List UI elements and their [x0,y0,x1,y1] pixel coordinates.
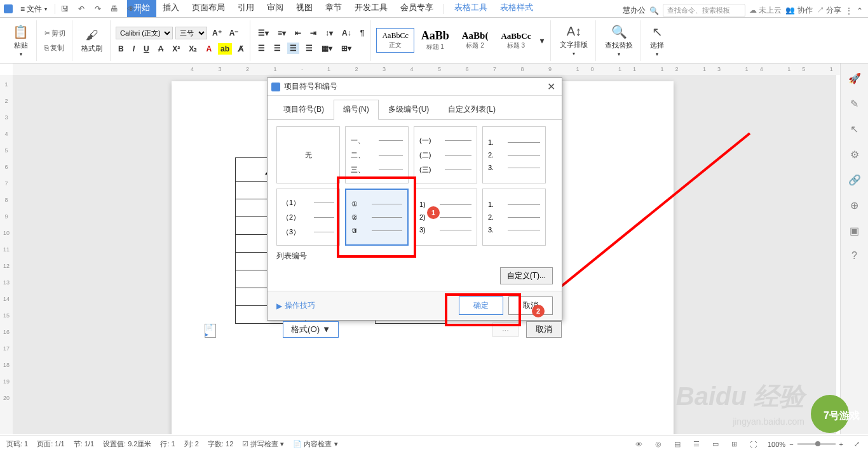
expand-icon[interactable]: ⤢ [852,440,862,448]
settings-icon[interactable]: ⚙ [848,147,862,161]
copy-button[interactable]: ⎘ 复制 [42,42,67,54]
tips-link[interactable]: ▶操作技巧 [276,300,315,311]
font-name-select[interactable]: Calibri (正文) [116,27,173,39]
tab-chapter[interactable]: 章节 [319,0,348,17]
number-option-chinese[interactable]: 一、 二、 三、 [345,126,409,183]
sub-button[interactable]: X₂ [186,43,200,55]
focus-icon[interactable]: ◎ [653,440,663,448]
screen-icon[interactable]: ▣ [848,223,862,237]
tab-table-tools[interactable]: 表格工具 [448,0,494,17]
dialog-tab-multilevel[interactable]: 多级编号(U) [379,100,439,119]
shading-button[interactable]: ▦▾ [319,43,335,54]
zoom-out-icon[interactable]: − [789,441,793,448]
align-center-button[interactable]: ☰ [271,43,283,54]
number-option-circled[interactable]: ① ② ③ [345,189,409,246]
italic-button[interactable]: I [130,43,137,55]
underlay-cancel[interactable]: 取消 [526,321,562,338]
view-page-icon[interactable]: ▤ [672,440,682,448]
tab-layout[interactable]: 页面布局 [186,0,231,17]
link-icon[interactable]: 🔗 [848,173,862,187]
number-option-digit-closeparen[interactable]: 1) 2) 3) [414,189,477,246]
tab-dev[interactable]: 开发工具 [348,0,394,17]
rocket-icon[interactable]: 🚀 [848,71,862,85]
tab-references[interactable]: 引用 [231,0,261,17]
underline-button[interactable]: U [141,43,152,55]
save-icon[interactable]: 🖫 [58,2,72,16]
tab-view[interactable]: 视图 [290,0,319,17]
select-button[interactable]: ↖选择▾ [646,23,668,58]
view-web-icon[interactable]: ▭ [710,440,721,448]
tab-review[interactable]: 审阅 [261,0,290,17]
status-page[interactable]: 页面: 1/1 [37,439,64,449]
undo-icon[interactable]: ↶ [74,2,88,16]
more-icon[interactable]: ⋮ [845,6,853,15]
page-options-icon[interactable]: 📄▸ [205,324,216,338]
number-option-digit-dot[interactable]: 1. 2. 3. [482,126,546,183]
font-size-select[interactable]: 三号 [175,27,207,39]
tab-insert[interactable]: 插入 [156,0,186,17]
redo-icon[interactable]: ↷ [91,2,105,16]
align-justify-button[interactable]: ☰ [303,43,315,54]
styles-more-icon[interactable]: ▾ [538,35,546,46]
status-spell[interactable]: ☑ 拼写检查 ▾ [242,439,284,449]
preview-icon[interactable]: 👁 [124,2,138,16]
cut-button[interactable]: ✂ 剪切 [42,27,68,39]
cursor-icon[interactable]: ↖ [848,122,862,136]
dialog-close-button[interactable]: ✕ [545,81,558,93]
indent-inc-button[interactable]: ⇥ [308,27,319,39]
strike-button[interactable]: A [156,43,166,55]
underlay-ok[interactable]: ··· [492,322,519,337]
style-h3[interactable]: AaBbCc标题 3 [495,28,536,53]
eye-icon[interactable]: 👁 [634,441,644,448]
numbering-button[interactable]: ≡▾ [275,27,288,39]
borders-button[interactable]: ⊞▾ [339,43,354,54]
clear-format-button[interactable]: A̸ [236,43,246,55]
number-option-none[interactable]: 无 [276,126,340,183]
tab-table-styles[interactable]: 表格样式 [494,0,539,17]
paste-button[interactable]: 📋粘贴▾ [9,23,32,58]
zoom-control[interactable]: 100% − + [768,441,843,448]
format-painter-button[interactable]: 🖌格式刷 [78,27,106,55]
help-icon[interactable]: ? [848,249,862,263]
number-option-digit-paren[interactable]: （1） （2） （3） [276,189,340,246]
dialog-tab-custom-list[interactable]: 自定义列表(L) [438,100,505,119]
increase-font-icon[interactable]: A⁺ [210,27,224,39]
pen-icon[interactable]: ✎ [848,96,862,110]
status-words[interactable]: 字数: 12 [208,439,233,449]
show-marks-button[interactable]: ¶ [358,27,367,39]
align-left-button[interactable]: ☰ [255,43,268,54]
line-spacing-button[interactable]: ↕▾ [323,27,336,39]
cancel-button[interactable]: 取消 [508,296,553,315]
text-layout-button[interactable]: A↕文字排版▾ [556,23,592,58]
font-color-button[interactable]: A [203,43,214,55]
share-button[interactable]: ↗ 分享 [817,5,841,16]
translate-icon[interactable]: ⊕ [848,198,862,212]
highlight-button[interactable]: ab [218,43,232,55]
style-body[interactable]: AaBbCc正文 [376,28,414,53]
zoom-percent[interactable]: 100% [768,441,785,448]
command-search[interactable]: 查找命令、搜索模板 [663,4,745,17]
status-content[interactable]: 📄 内容检查 ▾ [293,439,337,449]
tab-member[interactable]: 会员专享 [394,0,440,17]
fullscreen-icon[interactable]: ⛶ [748,441,759,448]
dialog-tab-bullets[interactable]: 项目符号(B) [274,100,334,119]
custom-button[interactable]: 自定义(T)... [500,267,553,284]
find-replace-button[interactable]: 🔍查找替换▾ [601,23,637,58]
print-icon[interactable]: 🖶 [107,2,121,16]
number-option-digit-dot2[interactable]: 1. 2. 3. [482,189,546,246]
bullets-button[interactable]: ☰▾ [255,27,271,39]
format-dropdown[interactable]: 格式(O) ▼ [283,321,339,338]
cloud-icon[interactable]: ☁ 未上云 [749,5,782,16]
view-outline-icon[interactable]: ☰ [691,440,702,448]
collapse-ribbon-icon[interactable]: ⌃ [857,6,863,15]
dialog-tab-numbers[interactable]: 编号(N) [334,100,379,120]
file-menu[interactable]: ≡ 文件 ▾ [15,3,52,16]
super-button[interactable]: X² [170,43,182,55]
zoom-in-icon[interactable]: + [839,441,843,448]
view-read-icon[interactable]: ⊞ [729,440,739,448]
status-page-no[interactable]: 页码: 1 [6,439,28,449]
align-right-button[interactable]: ☰ [287,43,299,54]
number-option-chinese-paren[interactable]: (一) (二) (三) [414,126,477,183]
coop-button[interactable]: 👥 协作 [785,5,812,16]
style-h2[interactable]: AaBb(标题 2 [456,27,494,53]
